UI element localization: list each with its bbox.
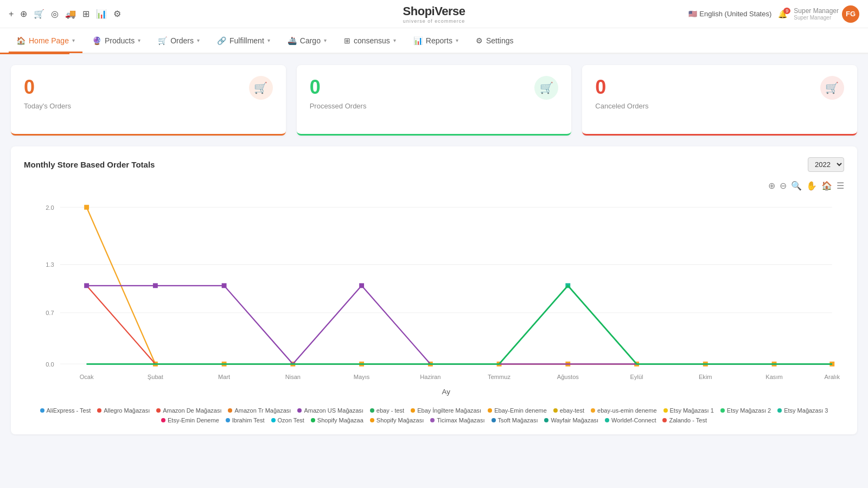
legend-amazon-tr: Amazon Tr Mağazası bbox=[228, 407, 291, 414]
brand-name1: Shopi bbox=[403, 4, 435, 18]
canceled-orders-label: Canceled Orders bbox=[595, 102, 648, 110]
gear-icon[interactable]: ⚙ bbox=[113, 9, 121, 19]
x-label-feb: Şubat bbox=[148, 374, 163, 380]
nav-settings-label: Settings bbox=[486, 36, 514, 45]
user-info: Super Manager Super Manager FG bbox=[794, 5, 859, 23]
chevron-down-icon: ▾ bbox=[267, 37, 270, 43]
legend-label-etsy-emin: Etsy-Emin Deneme bbox=[168, 417, 219, 423]
zoom-out-icon[interactable]: ⊖ bbox=[780, 181, 787, 191]
legend-label-ebay-test2: ebay-test bbox=[560, 407, 584, 414]
todays-orders-number: 0 bbox=[24, 76, 71, 99]
chart-icon[interactable]: 📊 bbox=[96, 9, 107, 19]
truck-icon[interactable]: 🚚 bbox=[65, 9, 76, 19]
orders-icon: 🛒 bbox=[158, 36, 167, 45]
x-label-may: Mayıs bbox=[354, 374, 370, 380]
x-label-aug: Ağustos bbox=[557, 374, 579, 380]
target-icon[interactable]: ⊕ bbox=[20, 9, 27, 19]
processed-orders-number: 0 bbox=[310, 76, 367, 99]
products-icon: 🔮 bbox=[92, 36, 101, 45]
legend-label-ibrahim: Ibrahim Test bbox=[232, 417, 265, 423]
nav-item-reports[interactable]: 📊 Reports ▾ bbox=[406, 30, 466, 53]
user-text: Super Manager Super Manager bbox=[794, 7, 839, 21]
notification-bell[interactable]: 🔔 9 bbox=[778, 10, 787, 18]
x-label-nov: Kasım bbox=[765, 374, 782, 380]
legend-label-ebay-uk: Ebay İngiltere Mağazası bbox=[417, 407, 481, 414]
brand-name: ShopiVerse bbox=[403, 4, 465, 18]
legend-dot-etsy-emin bbox=[161, 418, 165, 422]
x-label-apr: Nisan bbox=[285, 374, 301, 380]
x-label-sep: Eylül bbox=[630, 374, 643, 380]
line-allegro bbox=[87, 286, 832, 364]
settings-icon: ⚙ bbox=[476, 36, 483, 45]
legend-ebay-test2: ebay-test bbox=[553, 407, 584, 414]
y-label-bottom: 0.0 bbox=[46, 361, 54, 368]
nav-item-fulfillment[interactable]: 🔗 Fulfillment ▾ bbox=[209, 30, 278, 53]
main-content: 0 Today's Orders 🛒 0 Processed Orders 🛒 … bbox=[0, 54, 868, 445]
legend-dot-ebay-emin bbox=[488, 408, 492, 413]
zoom-reset-icon[interactable]: 🔍 bbox=[791, 181, 802, 191]
year-select[interactable]: 2022 2021 2020 2023 bbox=[808, 157, 844, 172]
grid-icon[interactable]: ⊞ bbox=[82, 9, 90, 19]
y-label-top: 2.0 bbox=[46, 204, 54, 211]
legend-label-amazon-de: Amazon De Mağazası bbox=[163, 407, 221, 414]
legend-ebay-test: ebay - test bbox=[370, 407, 404, 414]
processed-orders-icon-wrap: 🛒 bbox=[534, 76, 558, 100]
circle-icon[interactable]: ◎ bbox=[51, 9, 59, 19]
legend-label-aliexpress: AliExpress - Test bbox=[47, 407, 91, 414]
pan-icon[interactable]: ✋ bbox=[806, 181, 817, 191]
legend-dot-etsy1 bbox=[663, 408, 668, 413]
legend-label-allegro: Allegro Mağazası bbox=[104, 407, 150, 414]
legend-dot-ebay-uk bbox=[411, 408, 415, 413]
line-worldef bbox=[87, 286, 832, 364]
legend-dot-ibrahim bbox=[226, 418, 230, 422]
card-left-todays: 0 Today's Orders bbox=[24, 76, 71, 110]
nav-item-orders[interactable]: 🛒 Orders ▾ bbox=[150, 30, 207, 53]
zoom-in-icon[interactable]: ⊕ bbox=[768, 181, 775, 191]
legend-label-ozon: Ozon Test bbox=[278, 417, 304, 423]
chart-controls: ⊕ ⊖ 🔍 ✋ 🏠 ☰ bbox=[24, 181, 844, 191]
nav-item-settings[interactable]: ⚙ Settings bbox=[468, 30, 521, 53]
legend-dot-allegro bbox=[97, 408, 101, 413]
navbar: 🏠 Home Page ▾ 🔮 Products ▾ 🛒 Orders ▾ 🔗 … bbox=[0, 28, 868, 54]
legend-dot-amazon-de bbox=[156, 408, 161, 413]
add-icon[interactable]: + bbox=[9, 9, 14, 19]
chart-title: Monthly Store Based Order Totals bbox=[24, 160, 155, 169]
legend-amazon-us: Amazon US Mağazası bbox=[297, 407, 363, 414]
card-left-processed: 0 Processed Orders bbox=[310, 76, 367, 110]
legend-worldef: Worldef-Connect bbox=[605, 417, 656, 423]
legend-ebay-uk: Ebay İngiltere Mağazası bbox=[411, 407, 481, 414]
cart-icon: 🛒 bbox=[540, 81, 553, 94]
language-selector[interactable]: 🇺🇸 English (United States) bbox=[688, 10, 771, 18]
processed-orders-label: Processed Orders bbox=[310, 102, 367, 110]
brand-logo: ShopiVerse universe of ecommerce bbox=[403, 4, 465, 24]
canceled-orders-icon-wrap: 🛒 bbox=[820, 76, 844, 100]
card-processed-orders: 0 Processed Orders 🛒 bbox=[297, 65, 572, 136]
chart-legend: AliExpress - Test Allegro Mağazası Amazo… bbox=[24, 407, 844, 423]
x-label-jul: Temmuz bbox=[488, 374, 510, 380]
x-label-mar: Mart bbox=[218, 374, 230, 380]
nav-item-cargo[interactable]: 🚢 Cargo ▾ bbox=[280, 30, 334, 53]
legend-dot-shopify-a bbox=[311, 418, 315, 422]
topbar-right: 🇺🇸 English (United States) 🔔 9 Super Man… bbox=[688, 5, 859, 23]
legend-dot-etsy3 bbox=[777, 408, 782, 413]
nav-item-products[interactable]: 🔮 Products ▾ bbox=[85, 30, 148, 53]
chevron-down-icon: ▾ bbox=[138, 37, 141, 43]
topbar: + ⊕ 🛒 ◎ 🚚 ⊞ 📊 ⚙ ShopiVerse universe of e… bbox=[0, 0, 868, 28]
legend-tsoft: Tsoft Mağazası bbox=[492, 417, 538, 423]
legend-dot-shopify bbox=[370, 418, 374, 422]
chart-svg: 2.0 1.3 0.7 0.0 Ocak Şubat Mart Nisan Ma… bbox=[24, 195, 844, 400]
nav-item-home[interactable]: 🏠 Home Page ▾ bbox=[9, 30, 82, 53]
legend-label-etsy2: Etsy Mağazası 2 bbox=[727, 407, 771, 414]
legend-label-ebay-us-emin: ebay-us-emin deneme bbox=[597, 407, 656, 414]
home-icon[interactable]: 🏠 bbox=[821, 181, 832, 191]
legend-amazon-de: Amazon De Mağazası bbox=[156, 407, 221, 414]
legend-dot-tsoft bbox=[492, 418, 496, 422]
legend-shopify-a: Shopify Mağazaa bbox=[311, 417, 363, 423]
nav-item-consensus[interactable]: ⊞ consensus ▾ bbox=[336, 30, 404, 53]
nav-home-label: Home Page bbox=[29, 36, 69, 45]
menu-icon[interactable]: ☰ bbox=[837, 181, 844, 191]
legend-ticimax: Ticimax Mağazası bbox=[430, 417, 484, 423]
legend-label-etsy1: Etsy Mağazası 1 bbox=[670, 407, 714, 414]
legend-ebay-us-emin: ebay-us-emin deneme bbox=[591, 407, 656, 414]
cart-icon[interactable]: 🛒 bbox=[34, 9, 44, 19]
